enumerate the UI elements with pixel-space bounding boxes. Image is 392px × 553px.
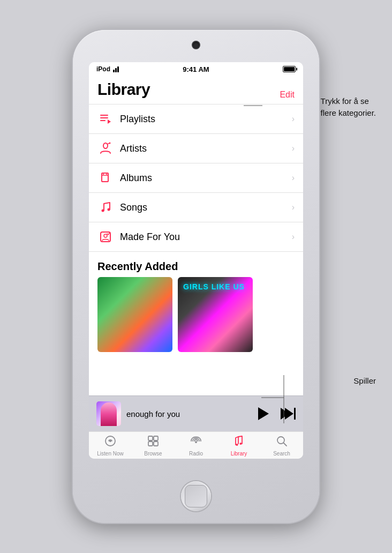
svg-point-11 <box>108 208 110 211</box>
search-icon <box>276 435 288 450</box>
battery-icon <box>283 66 296 72</box>
svg-rect-6 <box>102 173 108 182</box>
library-header: Library Edit <box>89 75 303 104</box>
spiller-callout-text: Spiller <box>353 375 376 387</box>
search-label: Search <box>273 451 290 457</box>
songs-chevron: › <box>292 203 295 212</box>
svg-point-13 <box>104 234 107 237</box>
playlists-chevron: › <box>292 114 295 124</box>
svg-rect-18 <box>148 442 153 446</box>
person-body <box>101 402 117 426</box>
content-area: Library Edit <box>89 75 303 395</box>
menu-item-songs[interactable]: Songs › <box>89 193 303 222</box>
home-button-inner <box>185 485 207 507</box>
artists-label: Artists <box>120 143 292 154</box>
screen: iPod 9:41 AM Libra <box>89 62 303 459</box>
now-playing-title: enough for you <box>126 409 256 419</box>
camera-dot <box>193 42 199 48</box>
forward-button[interactable] <box>281 408 296 420</box>
albums-chevron: › <box>292 173 295 183</box>
status-right <box>283 66 296 72</box>
songs-icon <box>97 199 114 215</box>
menu-item-playlists[interactable]: Playlists › <box>89 104 303 134</box>
now-playing-thumbnail <box>96 401 121 426</box>
wifi-icon <box>113 66 119 72</box>
wifi-bar-2 <box>115 68 117 72</box>
albums-label: Albums <box>120 173 292 184</box>
ipod-device: iPod 9:41 AM Libra <box>73 30 319 523</box>
menu-item-made-for-you[interactable]: Made For You › <box>89 222 303 252</box>
svg-point-15 <box>109 440 111 442</box>
artists-icon <box>97 140 114 156</box>
radio-label: Radio <box>189 451 203 457</box>
recently-added-header: Recently Added <box>89 252 303 277</box>
device-label: iPod <box>96 65 110 73</box>
status-time: 9:41 AM <box>183 65 209 73</box>
library-icon <box>233 435 245 450</box>
play-button[interactable] <box>256 406 271 421</box>
wifi-bar-1 <box>113 70 115 72</box>
svg-rect-19 <box>154 442 158 446</box>
forward-bar <box>294 408 296 420</box>
edit-button[interactable]: Edit <box>280 80 295 100</box>
playlist-icon <box>97 111 114 127</box>
tab-search[interactable]: Search <box>260 435 303 457</box>
scene: iPod 9:41 AM Libra <box>0 0 392 553</box>
album-text-girls-like-us: GIRLS LIKE US <box>183 282 245 292</box>
browse-label: Browse <box>144 451 162 457</box>
spiller-callout: Spiller <box>353 375 376 387</box>
radio-icon <box>190 435 202 450</box>
home-button[interactable] <box>181 481 211 511</box>
forward-triangle-2 <box>285 408 293 420</box>
menu-item-artists[interactable]: Artists › <box>89 134 303 163</box>
status-bar: iPod 9:41 AM <box>89 62 303 75</box>
listen-now-label: Listen Now <box>97 451 123 457</box>
listen-now-icon <box>104 435 116 450</box>
library-label: Library <box>231 451 247 457</box>
svg-line-24 <box>284 443 287 446</box>
battery-fill <box>284 67 295 71</box>
tab-radio[interactable]: Radio <box>175 435 217 457</box>
recently-added-row: GIRLS LIKE US <box>89 277 303 352</box>
now-playing-bar[interactable]: enough for you <box>89 395 303 431</box>
made-for-you-label: Made For You <box>120 231 292 243</box>
made-for-you-icon <box>97 229 114 245</box>
play-icon <box>258 407 269 420</box>
tab-listen-now[interactable]: Listen Now <box>89 435 132 457</box>
svg-rect-17 <box>154 436 158 440</box>
tab-library[interactable]: Library <box>217 435 260 457</box>
playlists-label: Playlists <box>120 114 292 125</box>
browse-icon <box>147 435 159 450</box>
status-left: iPod <box>96 65 119 73</box>
menu-list: Playlists › Artist <box>89 104 303 252</box>
svg-point-21 <box>236 444 238 446</box>
album-thumb-2[interactable]: GIRLS LIKE US <box>178 277 253 352</box>
svg-point-10 <box>102 210 104 212</box>
made-for-you-chevron: › <box>292 232 295 242</box>
albums-icon <box>97 170 114 186</box>
menu-item-albums[interactable]: Albums › <box>89 163 303 193</box>
svg-rect-16 <box>148 436 153 440</box>
svg-point-20 <box>195 441 197 443</box>
edit-callout: Trykk for å seflere kategorier. <box>321 95 376 119</box>
playback-controls <box>256 406 296 421</box>
artists-chevron: › <box>292 144 295 153</box>
wifi-bar-3 <box>117 66 119 72</box>
svg-point-22 <box>240 443 242 445</box>
edit-callout-text: Trykk for å seflere kategorier. <box>321 95 376 119</box>
svg-point-5 <box>109 143 111 144</box>
thumbnail-image <box>96 401 121 426</box>
tab-bar: Listen Now Browse <box>89 431 303 459</box>
tab-browse[interactable]: Browse <box>132 435 175 457</box>
library-title: Library <box>97 80 150 99</box>
album-thumb-1[interactable] <box>97 277 172 352</box>
songs-label: Songs <box>120 202 292 213</box>
